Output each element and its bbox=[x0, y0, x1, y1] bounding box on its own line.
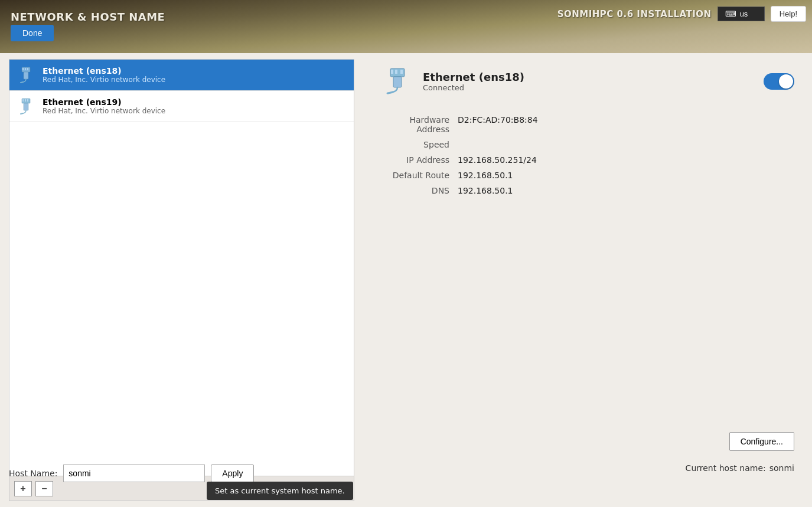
svg-rect-8 bbox=[27, 99, 28, 102]
default-route-label: Default Route bbox=[381, 171, 458, 180]
svg-rect-7 bbox=[25, 99, 26, 102]
ip-address-label: IP Address bbox=[381, 155, 458, 165]
device-title-block: Ethernet (ens18) Connected bbox=[423, 71, 754, 92]
hostname-input[interactable] bbox=[63, 465, 205, 482]
ip-address-row: IP Address 192.168.50.251/24 bbox=[381, 152, 794, 168]
installation-title: SONMIHPC 0.6 INSTALLATION bbox=[557, 9, 712, 19]
network-list: Ethernet (ens18) Red Hat, Inc. Virtio ne… bbox=[9, 59, 354, 476]
hostname-label: Host Name: bbox=[9, 469, 57, 478]
details-table: Hardware Address D2:FC:AD:70:B8:84 Speed… bbox=[381, 112, 794, 198]
default-route-value: 192.168.50.1 bbox=[458, 171, 513, 180]
network-item-ens19[interactable]: Ethernet (ens19) Red Hat, Inc. Virtio ne… bbox=[9, 91, 354, 122]
svg-rect-3 bbox=[27, 68, 28, 70]
hardware-address-value: D2:FC:AD:70:B8:84 bbox=[458, 115, 538, 125]
add-network-button[interactable]: + bbox=[14, 481, 32, 496]
network-item-sub-ens18: Red Hat, Inc. Virtio network device bbox=[43, 76, 165, 84]
current-hostname-label: Current host name: bbox=[686, 463, 766, 473]
network-item-ens18[interactable]: Ethernet (ens18) Red Hat, Inc. Virtio ne… bbox=[9, 60, 354, 91]
dns-label: DNS bbox=[381, 186, 458, 195]
hardware-address-label: Hardware Address bbox=[381, 115, 458, 134]
header-banner: NETWORK & HOST NAME Done SONMIHPC 0.6 IN… bbox=[0, 0, 812, 53]
network-item-name-ens19: Ethernet (ens19) bbox=[43, 97, 165, 107]
ip-address-value: 192.168.50.251/24 bbox=[458, 155, 537, 165]
network-item-sub-ens19: Red Hat, Inc. Virtio network device bbox=[43, 107, 165, 115]
network-item-name-ens18: Ethernet (ens18) bbox=[43, 66, 165, 76]
default-route-row: Default Route 192.168.50.1 bbox=[381, 168, 794, 183]
main-content: Ethernet (ens18) Red Hat, Inc. Virtio ne… bbox=[0, 53, 812, 507]
keyboard-layout-button[interactable]: ⌨ us bbox=[718, 6, 765, 21]
remove-network-button[interactable]: − bbox=[35, 481, 53, 496]
hostname-row: Host Name: Apply bbox=[9, 465, 254, 482]
header-right-controls: SONMIHPC 0.6 INSTALLATION ⌨ us Help! bbox=[557, 6, 806, 22]
connection-toggle[interactable] bbox=[764, 73, 794, 90]
left-panel: Ethernet (ens18) Red Hat, Inc. Virtio ne… bbox=[0, 53, 363, 507]
toggle-knob bbox=[779, 74, 793, 89]
help-button[interactable]: Help! bbox=[771, 6, 806, 22]
hardware-address-row: Hardware Address D2:FC:AD:70:B8:84 bbox=[381, 112, 794, 137]
done-button[interactable]: Done bbox=[11, 25, 54, 41]
svg-rect-2 bbox=[25, 68, 26, 70]
network-item-text-ens18: Ethernet (ens18) Red Hat, Inc. Virtio ne… bbox=[43, 66, 165, 84]
svg-rect-1 bbox=[22, 68, 24, 70]
page-title: NETWORK & HOST NAME bbox=[11, 11, 165, 23]
ethernet-icon-ens18 bbox=[17, 66, 35, 84]
device-status: Connected bbox=[423, 83, 754, 92]
dns-row: DNS 192.168.50.1 bbox=[381, 183, 794, 198]
speed-row: Speed bbox=[381, 137, 794, 152]
svg-rect-14 bbox=[393, 77, 402, 87]
device-ethernet-icon bbox=[381, 65, 413, 97]
device-header: Ethernet (ens18) Connected bbox=[381, 65, 794, 97]
keyboard-layout-label: us bbox=[740, 9, 748, 18]
apply-button[interactable]: Apply bbox=[211, 465, 254, 482]
speed-label: Speed bbox=[381, 140, 458, 149]
configure-button[interactable]: Configure... bbox=[729, 432, 794, 451]
keyboard-icon: ⌨ bbox=[725, 9, 736, 18]
dns-value: 192.168.50.1 bbox=[458, 186, 513, 195]
current-hostname-display: Current host name: sonmi bbox=[686, 463, 794, 473]
svg-rect-9 bbox=[24, 103, 28, 110]
svg-rect-4 bbox=[24, 72, 28, 79]
svg-rect-11 bbox=[391, 70, 393, 74]
ethernet-icon-ens19 bbox=[17, 97, 35, 116]
svg-rect-12 bbox=[395, 70, 397, 74]
network-item-text-ens19: Ethernet (ens19) Red Hat, Inc. Virtio ne… bbox=[43, 97, 165, 115]
device-name: Ethernet (ens18) bbox=[423, 71, 754, 83]
current-hostname-value: sonmi bbox=[769, 463, 794, 473]
svg-rect-13 bbox=[400, 70, 403, 74]
svg-rect-6 bbox=[22, 99, 24, 102]
